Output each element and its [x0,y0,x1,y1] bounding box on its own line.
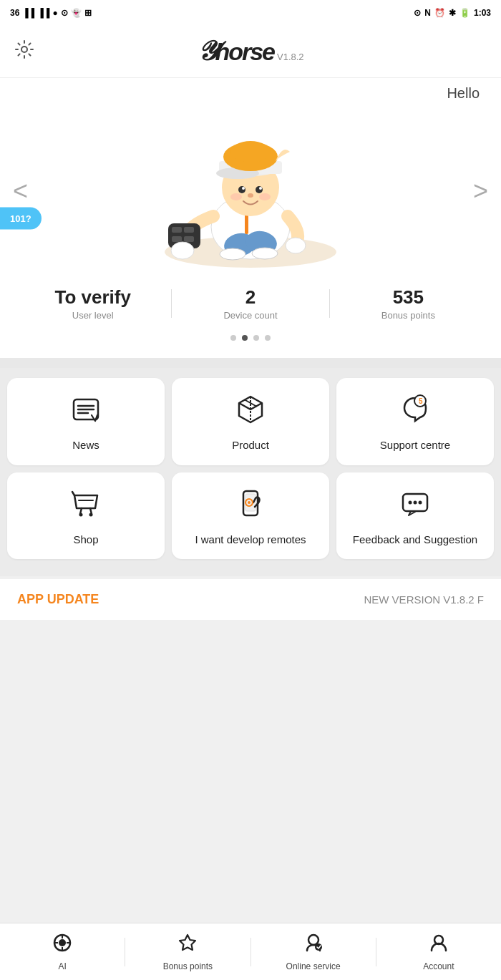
grid-item-shop[interactable]: Shop [7,472,165,560]
bluetooth-icon: ✱ [449,8,456,18]
dot-icon: ● [52,8,57,18]
status-left: 36 ▐▐ ▐▐ ● ⊙ 👻 ⊞ [10,8,92,18]
svg-rect-22 [172,227,182,233]
carousel-right-arrow[interactable]: > [473,176,488,206]
grid-row-2: Shop I want develop remotes [7,472,494,560]
carousel-left-arrow[interactable]: < [13,176,28,206]
mascot-image [0,112,501,270]
hero-section: 101? Hello < [0,78,501,358]
svg-point-15 [256,186,263,193]
signal-text: 36 [10,8,19,18]
signal-bars2: ▐▐ [37,8,49,18]
settings-button[interactable] [14,39,34,64]
bonus-points-label: Bonus points [330,310,487,321]
svg-point-45 [409,500,412,504]
grid-menu: News Product 5 Sup [0,368,501,576]
svg-point-27 [171,242,194,259]
hello-text: Hello [0,85,501,102]
ai-label: AI [58,961,66,971]
account-icon [429,933,449,958]
device-count-value: 2 [172,286,329,309]
svg-point-5 [220,248,245,260]
version-text: V1.8.2 [277,52,304,62]
svg-point-14 [238,186,245,193]
svg-line-38 [72,492,74,495]
support-label: Support centre [380,438,450,452]
device-count-label: Device count [172,310,329,321]
svg-point-47 [419,500,422,504]
shop-label: Shop [73,533,98,547]
svg-point-0 [21,47,27,52]
svg-rect-25 [184,236,194,242]
svg-point-46 [414,500,417,504]
feedback-label: Feedback and Suggestion [353,533,477,547]
svg-point-19 [230,193,242,200]
news-label: News [72,438,99,452]
svg-point-26 [286,238,306,253]
floating-button[interactable]: 101? [0,207,42,229]
svg-point-54 [308,935,318,945]
time-display: 1:03 [474,8,491,18]
svg-point-6 [252,248,278,259]
svg-point-16 [242,187,245,190]
shop-icon [70,488,102,524]
status-bar: 36 ▐▐ ▐▐ ● ⊙ 👻 ⊞ ⊙ N ⏰ ✱ 🔋 1:03 [0,0,501,26]
stats-row: To verify User level 2 Device count 535 … [0,273,501,328]
product-icon [235,394,266,430]
app-header: 𝒴horse V1.8.2 [0,26,501,78]
carousel-dots [0,328,501,344]
nav-item-ai[interactable]: AI [0,927,125,977]
wifi-icon: ⊙ [414,8,421,18]
dot-1[interactable] [230,335,236,341]
user-level-value: To verify [14,286,171,309]
bonus-label: Bonus points [163,961,213,971]
stat-bonus-points: 535 Bonus points [330,286,487,321]
svg-point-49 [59,939,66,946]
online-icon [303,933,324,958]
svg-point-37 [89,513,93,516]
dot-3[interactable] [253,335,259,341]
settings-status-icon: ⊙ [61,8,68,18]
develop-label: I want develop remotes [195,533,306,547]
user-level-label: User level [14,310,171,321]
dot-2[interactable] [242,335,248,341]
extra-icons: ⊞ [84,8,92,18]
svg-point-18 [248,193,253,198]
signal-bars: ▐▐ [22,8,34,18]
nav-item-account[interactable]: Account [376,927,501,977]
grid-row-1: News Product 5 Sup [7,378,494,465]
ghost-icon: 👻 [71,8,82,18]
alarm-icon: ⏰ [434,8,445,18]
grid-item-support[interactable]: 5 Support centre [336,378,494,465]
grid-item-news[interactable]: News [7,378,165,465]
update-label-text: APP UPDATE [17,592,99,607]
svg-point-17 [259,187,262,190]
grid-item-develop[interactable]: I want develop remotes [172,472,329,560]
battery-icon: 🔋 [459,8,470,18]
update-banner[interactable]: APP UPDATE NEW VERSION V1.8.2 F [0,579,501,620]
bonus-points-value: 535 [330,286,487,309]
feedback-icon [399,488,431,524]
svg-point-55 [315,943,322,951]
online-label: Online service [286,961,341,971]
dot-4[interactable] [265,335,271,341]
develop-icon [235,488,266,524]
section-divider [0,358,501,368]
bonus-icon [177,933,198,958]
svg-rect-23 [184,227,194,233]
status-right: ⊙ N ⏰ ✱ 🔋 1:03 [414,8,491,18]
nav-item-bonus[interactable]: Bonus points [125,927,250,977]
product-label: Product [232,438,269,452]
bottom-nav: AI Bonus points Online service [0,923,501,980]
svg-text:5: 5 [419,397,423,405]
grid-item-product[interactable]: Product [172,378,329,465]
svg-rect-24 [172,236,182,242]
update-version-text: NEW VERSION V1.8.2 F [364,593,484,606]
grid-item-feedback[interactable]: Feedback and Suggestion [336,472,494,560]
account-label: Account [423,961,454,971]
n-icon: N [424,8,431,18]
carousel-area: < [0,109,501,273]
nav-item-online[interactable]: Online service [251,927,376,977]
stat-device-count: 2 Device count [172,286,329,321]
ai-icon [52,933,72,958]
